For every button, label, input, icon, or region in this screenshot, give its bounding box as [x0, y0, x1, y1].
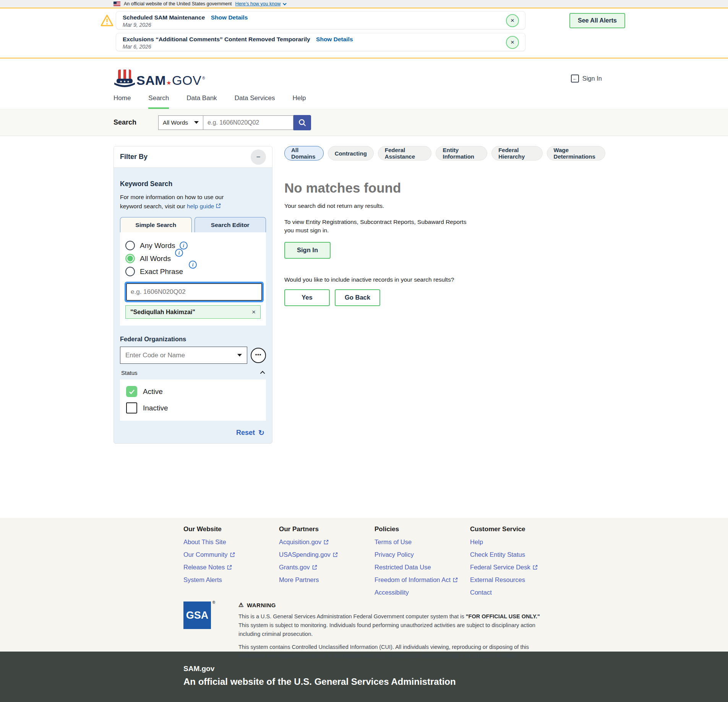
footer-col-our-partners: Our Partners Acquisition.gov USASpending… — [279, 525, 375, 596]
gov-banner-text: An official website of the United States… — [124, 1, 232, 6]
reset-icon[interactable]: ↻ — [258, 428, 264, 437]
us-flag-icon — [113, 2, 120, 6]
info-icon[interactable]: i — [175, 249, 183, 257]
external-link-icon — [533, 565, 538, 570]
yes-button[interactable]: Yes — [284, 289, 330, 306]
status-label: Status — [121, 370, 138, 376]
sam-gov-logo[interactable]: ★ ★ ★ SAM★GOV® — [113, 69, 205, 88]
domain-chips: All Domains Contracting Federal Assistan… — [284, 146, 605, 161]
footer-link[interactable]: Accessibility — [375, 589, 470, 596]
sign-in-button[interactable]: Sign In — [284, 242, 331, 259]
external-link-icon — [216, 203, 221, 208]
status-box: Active Inactive — [120, 379, 266, 421]
no-matches-heading: No matches found — [284, 180, 605, 196]
show-details-link[interactable]: Show Details — [316, 36, 353, 42]
keyword-help-text: For more information on how to use our k… — [120, 193, 246, 211]
keyword-tag: "Sediqullah Hakimzai" × — [125, 305, 261, 319]
caret-down-icon — [237, 354, 242, 357]
gov-banner: An official website of the United States… — [0, 0, 728, 8]
alert-title: Exclusions “Additional Comments” Content… — [123, 36, 310, 42]
radio-exact-phrase[interactable] — [125, 267, 135, 276]
sign-in-link[interactable]: ← Sign In — [571, 75, 602, 83]
search-button[interactable] — [293, 115, 311, 130]
chip-federal-assistance[interactable]: Federal Assistance — [378, 146, 432, 161]
main-content: Filter By − Keyword Search For more info… — [0, 136, 728, 518]
footer-link[interactable]: About This Site — [183, 538, 279, 546]
uncle-sam-hat-icon: ★ ★ ★ — [113, 69, 136, 88]
footer-link[interactable]: Privacy Policy — [375, 551, 470, 558]
warning-paragraph-1: This is a U.S. General Services Administ… — [238, 612, 544, 639]
search-input[interactable] — [203, 115, 293, 130]
footer-link[interactable]: Contact — [470, 589, 566, 596]
search-mode-select[interactable]: All Words — [158, 115, 203, 130]
info-icon[interactable]: i — [189, 261, 197, 269]
footer-link[interactable]: Terms of Use — [375, 538, 470, 546]
see-all-alerts-button[interactable]: See All Alerts — [569, 13, 625, 28]
identifier-official-text: An official website of the U.S. General … — [183, 676, 728, 687]
alert-exclusions: Exclusions “Additional Comments” Content… — [116, 33, 525, 51]
info-icon[interactable]: i — [180, 242, 188, 250]
logo-star-icon: ★ — [166, 79, 172, 86]
footer-link[interactable]: Help — [470, 538, 566, 546]
alert-date: Mar 9, 2026 — [123, 22, 498, 28]
checkbox-active[interactable] — [126, 386, 137, 397]
no-results-text: Your search did not return any results. — [284, 203, 605, 209]
footer-link[interactable]: Freedom of Information Act — [375, 576, 470, 584]
footer-link[interactable]: Check Entity Status — [470, 551, 566, 558]
warning-block: ⚠ WARNING This is a U.S. General Service… — [238, 601, 544, 660]
warning-paragraph-2: This system contains Controlled Unclassi… — [238, 643, 544, 660]
footer-link[interactable]: Restricted Data Use — [375, 564, 470, 571]
footer-link[interactable]: Federal Service Desk — [470, 564, 566, 571]
footer-columns: Our Website About This Site Our Communit… — [183, 525, 728, 596]
nav-item-search[interactable]: Search — [148, 94, 169, 109]
site-footer: Our Website About This Site Our Communit… — [0, 518, 728, 652]
nav-item-data-services[interactable]: Data Services — [235, 94, 275, 109]
go-back-button[interactable]: Go Back — [335, 289, 380, 306]
chip-all-domains[interactable]: All Domains — [284, 146, 324, 161]
footer-link[interactable]: USASpending.gov — [279, 551, 375, 558]
footer-link[interactable]: More Partners — [279, 576, 375, 584]
search-label: Search — [113, 118, 136, 126]
footer-link[interactable]: Release Notes — [183, 564, 279, 571]
remove-tag-icon[interactable]: × — [252, 308, 256, 316]
footer-link[interactable]: External Resources — [470, 576, 566, 584]
collapse-filter-button[interactable]: − — [251, 149, 266, 165]
how-you-know-link[interactable]: Here’s how you know — [235, 1, 286, 6]
keyword-input[interactable] — [126, 283, 262, 301]
footer-link[interactable]: Acquisition.gov — [279, 538, 375, 546]
tab-simple-search[interactable]: Simple Search — [120, 217, 192, 232]
external-link-icon — [453, 577, 458, 582]
nav-item-home[interactable]: Home — [113, 94, 131, 109]
keyword-panel: Any Words i All Words i Exact Phrase i "… — [120, 232, 266, 326]
checkbox-row-inactive: Inactive — [126, 402, 260, 413]
chip-contracting[interactable]: Contracting — [328, 146, 374, 161]
status-section-header: Status — [120, 370, 266, 376]
federal-org-combobox[interactable]: Enter Code or Name — [120, 347, 247, 364]
help-guide-link[interactable]: help guide — [187, 203, 221, 209]
nav-item-data-bank[interactable]: Data Bank — [186, 94, 217, 109]
nav-item-help[interactable]: Help — [292, 94, 306, 109]
footer-link[interactable]: Grants.gov — [279, 564, 375, 571]
main-nav: Home Search Data Bank Data Services Help — [0, 94, 728, 109]
tab-search-editor[interactable]: Search Editor — [195, 217, 266, 232]
alerts-band: Scheduled SAM Maintenance Show Details M… — [0, 8, 728, 58]
radio-all-words[interactable] — [125, 254, 135, 263]
warning-icon: ⚠ — [238, 601, 244, 608]
chevron-up-icon[interactable] — [260, 371, 265, 376]
chip-entity-information[interactable]: Entity Information — [436, 146, 487, 161]
show-details-link[interactable]: Show Details — [211, 14, 248, 21]
footer-link[interactable]: System Alerts — [183, 576, 279, 584]
reset-link[interactable]: Reset — [236, 429, 255, 437]
chip-federal-hierarchy[interactable]: Federal Hierarchy — [491, 146, 542, 161]
checkbox-inactive[interactable] — [126, 402, 137, 413]
alert-date: Mar 6, 2026 — [123, 44, 498, 50]
close-alert-button[interactable]: × — [506, 14, 519, 27]
warning-heading: ⚠ WARNING — [238, 601, 544, 608]
more-options-button[interactable]: ••• — [251, 348, 266, 363]
chip-wage-determinations[interactable]: Wage Determinations — [547, 146, 605, 161]
external-link-icon — [324, 540, 329, 545]
external-link-icon — [230, 552, 235, 557]
close-alert-button[interactable]: × — [506, 36, 519, 49]
radio-any-words[interactable] — [125, 241, 135, 250]
footer-link[interactable]: Our Community — [183, 551, 279, 558]
